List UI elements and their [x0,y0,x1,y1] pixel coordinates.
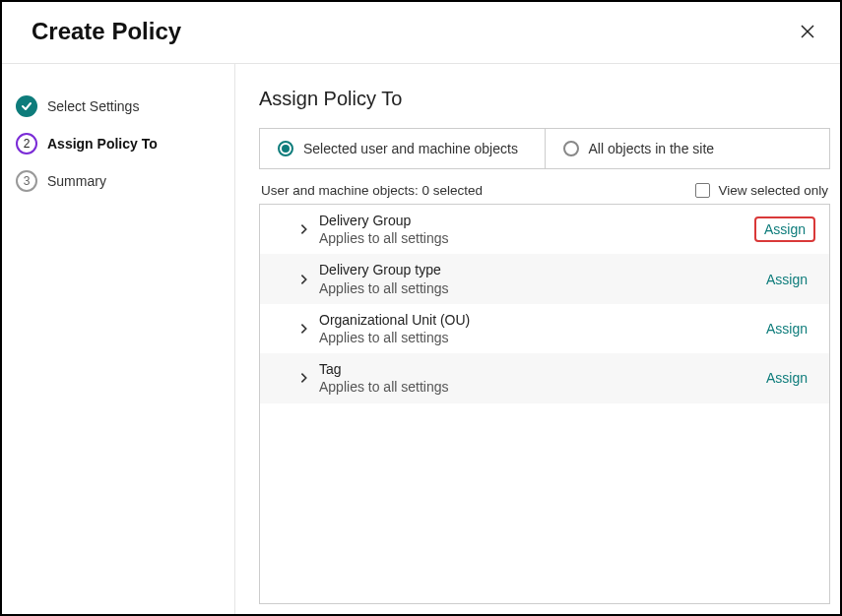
step-label: Assign Policy To [47,136,158,152]
row-title: Delivery Group [319,212,745,229]
list-item: Organizational Unit (OU) Applies to all … [260,304,829,353]
panel-heading: Assign Policy To [259,88,830,110]
list-item: Tag Applies to all settings Assign [260,353,829,402]
expand-button[interactable] [299,322,309,336]
row-title: Delivery Group type [319,261,748,278]
step-number-icon: 2 [16,133,37,154]
mode-label: Selected user and machine objects [303,141,518,156]
main-panel: Assign Policy To Selected user and machi… [235,64,840,614]
list-item: Delivery Group type Applies to all setti… [260,254,829,303]
step-number-icon: 3 [16,170,37,192]
check-icon [16,95,37,117]
step-label: Summary [47,173,106,189]
checkbox-icon [695,183,710,198]
assign-button[interactable]: Assign [758,268,815,291]
expand-button[interactable] [299,273,309,286]
radio-icon [278,141,293,156]
row-text: Tag Applies to all settings [319,360,748,396]
mode-all-objects[interactable]: All objects in the site [545,129,830,168]
chevron-right-icon [299,322,309,336]
list-item: Delivery Group Applies to all settings A… [260,205,829,254]
close-icon [799,23,816,40]
row-subtitle: Applies to all settings [319,378,748,396]
list-header: User and machine objects: 0 selected Vie… [259,183,830,198]
row-subtitle: Applies to all settings [319,279,748,297]
object-list: Delivery Group Applies to all settings A… [259,204,830,604]
step-select-settings[interactable]: Select Settings [16,88,221,125]
view-selected-label: View selected only [718,183,828,198]
chevron-right-icon [299,273,309,286]
row-title: Tag [319,360,748,378]
mode-selected-objects[interactable]: Selected user and machine objects [260,129,545,168]
view-selected-only[interactable]: View selected only [695,183,828,198]
row-text: Organizational Unit (OU) Applies to all … [319,311,748,346]
expand-button[interactable] [299,222,309,236]
step-label: Select Settings [47,98,139,114]
wizard-steps: Select Settings 2 Assign Policy To 3 Sum… [2,64,235,614]
row-title: Organizational Unit (OU) [319,311,748,329]
dialog-title: Create Policy [32,18,181,45]
row-text: Delivery Group Applies to all settings [319,212,745,247]
close-button[interactable] [797,21,818,42]
mode-label: All objects in the site [589,141,715,156]
step-summary[interactable]: 3 Summary [16,162,221,200]
chevron-right-icon [299,222,309,236]
assignment-mode: Selected user and machine objects All ob… [259,128,830,169]
row-text: Delivery Group type Applies to all setti… [319,261,748,296]
radio-icon [563,141,579,156]
assign-button[interactable]: Assign [758,366,815,390]
row-subtitle: Applies to all settings [319,329,748,346]
dialog-header: Create Policy [2,2,840,64]
assign-button[interactable]: Assign [754,216,815,242]
expand-button[interactable] [299,371,309,385]
step-assign-policy-to[interactable]: 2 Assign Policy To [16,125,221,162]
assign-button[interactable]: Assign [758,317,815,340]
row-subtitle: Applies to all settings [319,229,745,247]
dialog-body: Select Settings 2 Assign Policy To 3 Sum… [2,64,840,614]
selection-count: User and machine objects: 0 selected [261,183,483,198]
chevron-right-icon [299,371,309,385]
dialog-window: Create Policy Select Settings 2 Assign P… [0,0,842,616]
